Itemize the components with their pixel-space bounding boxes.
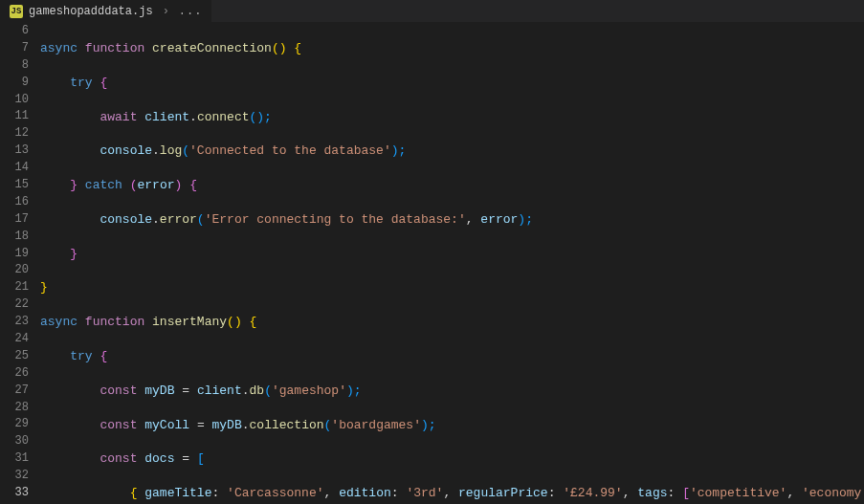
breadcrumb-more[interactable]: ... [179, 5, 203, 18]
chevron-right-icon: › [159, 5, 173, 18]
line-number: 18 [0, 229, 29, 246]
line-number: 23 [0, 314, 29, 331]
line-number: 13 [0, 142, 29, 160]
line-number: 16 [0, 194, 29, 211]
line-number: 10 [0, 92, 29, 109]
line-number: 26 [0, 365, 29, 383]
line-number: 28 [0, 400, 29, 417]
line-number: 27 [0, 383, 29, 400]
line-number: 7 [0, 40, 29, 57]
line-number: 31 [0, 450, 29, 468]
line-number: 12 [0, 125, 29, 142]
line-number: 30 [0, 433, 29, 450]
line-number: 29 [0, 416, 29, 433]
tab-filename: gameshopadddata.js [29, 5, 153, 18]
line-number: 15 [0, 177, 29, 194]
line-number: 9 [0, 75, 29, 92]
js-file-icon: JS [10, 5, 23, 18]
code-area[interactable]: async function createConnection() { try … [40, 23, 864, 504]
code-editor[interactable]: 6789101112131415161718192021222324252627… [0, 23, 864, 504]
line-number: 19 [0, 246, 29, 263]
line-number: 17 [0, 211, 29, 229]
breadcrumb-bar: JS gameshopadddata.js › ... [0, 0, 864, 23]
line-number: 8 [0, 57, 29, 75]
line-number: 33 [0, 485, 29, 502]
line-number: 25 [0, 348, 29, 365]
line-number: 32 [0, 468, 29, 485]
line-number: 14 [0, 160, 29, 177]
line-number: 20 [0, 262, 29, 279]
line-number: 11 [0, 108, 29, 125]
editor-tab[interactable]: JS gameshopadddata.js › ... [0, 0, 211, 22]
line-number: 22 [0, 296, 29, 314]
line-number-gutter: 6789101112131415161718192021222324252627… [0, 23, 40, 504]
line-number: 21 [0, 279, 29, 296]
line-number: 24 [0, 331, 29, 348]
line-number: 6 [0, 23, 29, 40]
